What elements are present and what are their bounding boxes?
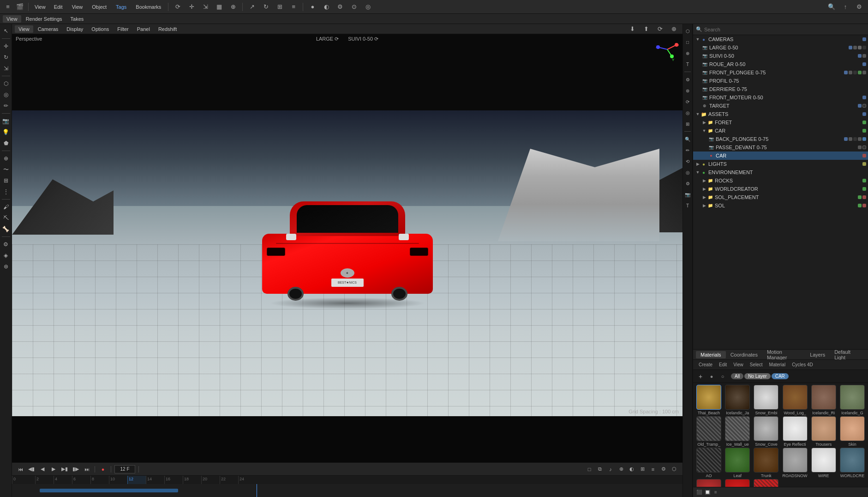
- menu-cycles[interactable]: Cycles 4D: [789, 362, 816, 368]
- tree-item-car-obj[interactable]: ● CAR: [693, 152, 868, 160]
- mat-roadsnow[interactable]: ROADSNOW: [781, 448, 809, 478]
- tool-options1[interactable]: ◐: [320, 2, 332, 12]
- timeline-ruler-area[interactable]: 0 2 4 6 8 10 12 14 16 18 20 22 24: [12, 476, 682, 497]
- mat-wood-log[interactable]: Wood_Log_: [781, 385, 809, 415]
- tree-item-sol-placement[interactable]: ▶ 📁 SOL_PLACEMENT: [693, 193, 868, 201]
- tl-mode7[interactable]: ≡: [648, 465, 658, 473]
- mat-thai-beach[interactable]: Thai_Beach: [695, 385, 723, 415]
- tl-mode1[interactable]: □: [585, 465, 594, 473]
- bp-icon2[interactable]: 🔲: [704, 489, 711, 496]
- tl-next[interactable]: ▶▮: [60, 465, 69, 473]
- vr-icon15[interactable]: 📷: [682, 189, 693, 200]
- tool-extra1[interactable]: ⚙: [1, 239, 11, 249]
- vr-icon16[interactable]: T: [682, 200, 693, 211]
- tl-mode9[interactable]: ⬡: [670, 465, 679, 473]
- vr-icon1[interactable]: ⬡: [682, 26, 693, 36]
- vr-icon2[interactable]: □: [682, 37, 693, 47]
- mat-icelandic-r[interactable]: Icelandic_Ri: [810, 385, 838, 415]
- vr-icon14[interactable]: ⚙: [682, 178, 693, 188]
- menu-edit[interactable]: Edit: [50, 3, 66, 11]
- tool-grid[interactable]: ▦: [213, 2, 225, 12]
- tool-snap[interactable]: ⊕: [227, 2, 239, 12]
- tool-paint[interactable]: 🖌: [1, 202, 11, 212]
- menu-tags[interactable]: Tags: [112, 3, 130, 11]
- viewport-btn2[interactable]: ⬆: [640, 24, 652, 34]
- playhead[interactable]: [257, 484, 257, 497]
- viewport-gizmo[interactable]: X Y Z: [656, 38, 679, 61]
- tl-mode2[interactable]: ⧉: [595, 465, 605, 473]
- viewport-menu-panel[interactable]: Panel: [133, 25, 154, 33]
- viewport-btn4[interactable]: ⊕: [668, 24, 680, 34]
- tree-item-worldcreator[interactable]: ▶ 📁 WORLDCREATOR: [693, 185, 868, 193]
- tl-prev-key[interactable]: ◀▮: [27, 465, 36, 473]
- tree-item-sol[interactable]: ▶ 📁 SOL: [693, 201, 868, 210]
- tool-rotate[interactable]: ⟳: [172, 2, 184, 12]
- tab-materials[interactable]: Materials: [696, 351, 726, 358]
- vr-icon6[interactable]: ⊛: [682, 85, 693, 96]
- menu-bookmarks[interactable]: Bookmarks: [132, 3, 165, 11]
- vr-icon7[interactable]: ⟳: [682, 97, 693, 107]
- tl-end[interactable]: ⏭: [82, 465, 91, 473]
- viewport-menu-display[interactable]: Display: [63, 25, 87, 33]
- tool-move-obj[interactable]: ✛: [1, 41, 11, 51]
- viewport-menu-options[interactable]: Options: [88, 25, 113, 33]
- tree-item-assets[interactable]: ▼ 📁 ASSETS: [693, 110, 868, 118]
- tool-scale2[interactable]: ⊞: [274, 2, 286, 12]
- tree-item-rocks[interactable]: ▶ 📁 ROCKS: [693, 176, 868, 185]
- viewport-menu-view[interactable]: View: [15, 25, 33, 33]
- menu-view[interactable]: View: [68, 3, 87, 11]
- tab-takes[interactable]: Takes: [67, 15, 88, 23]
- mat-red3[interactable]: [752, 479, 780, 487]
- search-btn[interactable]: 🔍: [826, 2, 838, 12]
- viewport-btn3[interactable]: ⟳: [654, 24, 666, 34]
- tree-item-env[interactable]: ▼ ● ENVIRONNEMENT: [693, 168, 868, 176]
- tree-item-suivi[interactable]: 📷 SUIVI 0-50: [693, 52, 868, 60]
- filter-nolayer[interactable]: No Layer: [744, 373, 771, 379]
- tl-play[interactable]: ▶: [49, 465, 58, 473]
- tool-light[interactable]: 💡: [1, 127, 11, 137]
- mat-worldcre[interactable]: WORLDCRE: [838, 448, 866, 478]
- tool-pen[interactable]: ✏: [1, 101, 11, 111]
- tool-render[interactable]: ●: [306, 2, 318, 12]
- tool-move[interactable]: ✛: [186, 2, 198, 12]
- tool-all[interactable]: ≡: [287, 2, 299, 12]
- mat-eye-refl[interactable]: Eye Reflecti: [781, 416, 809, 447]
- mat-icon2[interactable]: ○: [718, 372, 727, 381]
- tool-move2[interactable]: ↗: [246, 2, 258, 12]
- tab-coordinates[interactable]: Coordinates: [726, 351, 762, 358]
- viewport-btn1[interactable]: ⬇: [626, 24, 638, 34]
- tool-mat[interactable]: ⬟: [1, 138, 11, 148]
- mat-leaf[interactable]: Leaf: [724, 448, 751, 478]
- tab-view[interactable]: View: [3, 15, 21, 23]
- filter-all[interactable]: All: [731, 373, 743, 379]
- tree-item-foret[interactable]: ▶ 📁 FORET: [693, 118, 868, 127]
- tool-scale-obj[interactable]: ⇲: [1, 63, 11, 73]
- tool-sim[interactable]: ⋮: [1, 187, 11, 197]
- mat-snow-cove[interactable]: Snow_Cove: [752, 416, 780, 447]
- viewport-menu-filter[interactable]: Filter: [114, 25, 132, 33]
- bp-icon3[interactable]: ≡: [712, 489, 719, 496]
- tab-default-light[interactable]: Default Light: [830, 348, 865, 361]
- mat-icelandic-g[interactable]: Icelandic_G: [838, 385, 866, 415]
- tool-select[interactable]: ↖: [1, 26, 11, 36]
- tool-deform[interactable]: ⊕: [1, 153, 11, 164]
- tool-spline[interactable]: 〜: [1, 164, 11, 175]
- mat-red1[interactable]: [695, 479, 723, 487]
- tool-rotate2[interactable]: ↻: [260, 2, 272, 12]
- menu-file[interactable]: View: [32, 3, 48, 11]
- menu-select[interactable]: Select: [747, 362, 766, 368]
- tool-options4[interactable]: ◎: [362, 2, 374, 12]
- vr-icon8[interactable]: ◎: [682, 108, 693, 118]
- vr-icon12[interactable]: ⟲: [682, 156, 693, 166]
- tree-item-front-pl[interactable]: 📷 FRONT_PLONGEE 0-75: [693, 68, 868, 77]
- tree-item-target[interactable]: ⊕ TARGET: [693, 102, 868, 110]
- mat-snow-emb[interactable]: Snow_Embi: [752, 385, 780, 415]
- tree-item-roue[interactable]: 📷 ROUE_AR 0-50: [693, 60, 868, 68]
- tl-start[interactable]: ⏮: [16, 465, 25, 473]
- vr-icon11[interactable]: ✏: [682, 145, 693, 155]
- tl-mode6[interactable]: ⊞: [638, 465, 647, 473]
- tl-mode3[interactable]: ♪: [606, 465, 615, 473]
- menu-create[interactable]: Create: [696, 362, 715, 368]
- tl-prev[interactable]: ◀: [38, 465, 47, 473]
- menu-edit[interactable]: Edit: [716, 362, 730, 368]
